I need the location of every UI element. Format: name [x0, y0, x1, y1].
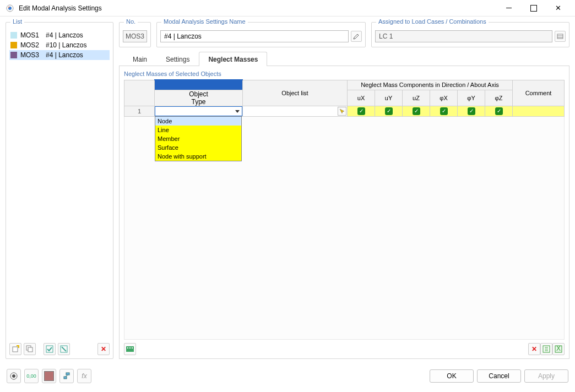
col-phix: φX	[430, 90, 458, 106]
svg-rect-3	[13, 347, 18, 352]
object-type-cell[interactable]: Node Line Member Surface Node with suppo…	[155, 106, 243, 116]
svg-rect-25	[64, 377, 67, 379]
check-ux[interactable]: ✓	[348, 106, 375, 116]
svg-rect-24	[66, 373, 69, 375]
dropdown-option[interactable]: Line	[155, 126, 241, 134]
svg-rect-15	[132, 347, 133, 349]
row-number: 1	[124, 106, 155, 116]
list-item[interactable]: MOS3 #4 | Lanczos	[9, 50, 110, 60]
edit-name-button[interactable]	[351, 31, 362, 42]
uncheck-all-button[interactable]	[58, 343, 70, 355]
svg-rect-14	[129, 347, 131, 349]
svg-rect-13	[127, 347, 128, 349]
check-phiz[interactable]: ✓	[485, 106, 513, 116]
no-legend: No.	[124, 18, 138, 25]
list-item-label: #4 | Lanczos	[46, 31, 83, 39]
list-items: MOS1 #4 | Lanczos MOS2 #10 | Lanczos MOS…	[9, 30, 110, 341]
list-legend: List	[10, 18, 24, 25]
window-title: Edit Modal Analysis Settings	[19, 4, 496, 12]
svg-text:X: X	[556, 345, 561, 352]
tab-strip: Main Settings Neglect Masses	[119, 52, 569, 66]
list-item-id: MOS3	[20, 51, 42, 59]
col-uy: uY	[375, 90, 403, 106]
minimize-button[interactable]	[496, 1, 521, 16]
col-uz: uZ	[403, 90, 430, 106]
list-panel: List MOS1 #4 | Lanczos MOS2 #10 | Lanczo…	[6, 22, 113, 359]
check-all-button[interactable]	[44, 343, 56, 355]
col-object-list: Object list	[243, 80, 348, 106]
name-box: Modal Analysis Settings Name	[156, 22, 366, 47]
object-type-dropdown-list[interactable]: Node Line Member Surface Node with suppo…	[155, 116, 242, 161]
number-box: No. MOS3	[119, 22, 151, 47]
col-phiy: φY	[458, 90, 485, 106]
svg-rect-9	[557, 34, 563, 39]
check-uz[interactable]: ✓	[403, 106, 430, 116]
number-field: MOS3	[123, 30, 147, 42]
object-list-cell[interactable]	[243, 106, 348, 116]
svg-point-2	[8, 6, 9, 7]
maximize-button[interactable]	[521, 1, 546, 16]
tab-neglect-masses[interactable]: Neglect Masses	[199, 52, 267, 66]
svg-rect-5	[28, 347, 32, 352]
col-phiz: φZ	[485, 90, 513, 106]
col-object-type: Object Type	[155, 90, 243, 106]
list-item-id: MOS1	[20, 31, 42, 39]
col-ux: uX	[348, 90, 375, 106]
grid-tool-button[interactable]	[124, 343, 136, 355]
check-uy[interactable]: ✓	[375, 106, 403, 116]
color-chip	[10, 52, 17, 58]
help-button[interactable]	[7, 369, 21, 383]
check-phiy[interactable]: ✓	[458, 106, 485, 116]
svg-rect-12	[126, 346, 134, 352]
dropdown-option[interactable]: Node with support	[155, 152, 241, 161]
col-comment: Comment	[513, 80, 565, 106]
color-button[interactable]	[42, 369, 56, 383]
delete-row-button[interactable]: ✕	[528, 343, 540, 355]
assigned-box: Assigned to Load Cases / Combinations LC…	[371, 22, 569, 47]
close-button[interactable]	[546, 1, 571, 16]
svg-rect-6	[46, 346, 53, 352]
dropdown-option[interactable]: Node	[155, 117, 241, 126]
dialog-footer: 0,00 fx OK Cancel Apply	[0, 364, 575, 386]
svg-line-8	[62, 347, 66, 351]
color-chip	[10, 42, 17, 48]
comment-cell[interactable]	[513, 106, 565, 116]
list-item-id: MOS2	[20, 41, 42, 49]
check-phix[interactable]: ✓	[430, 106, 458, 116]
object-type-dropdown[interactable]	[155, 106, 242, 116]
ok-button[interactable]: OK	[430, 369, 474, 383]
structure-button[interactable]	[59, 369, 74, 383]
fx-button[interactable]: fx	[77, 369, 91, 383]
name-input[interactable]	[160, 30, 349, 42]
apply-button[interactable]: Apply	[524, 369, 568, 383]
pick-objects-button[interactable]	[338, 107, 346, 116]
dropdown-option[interactable]: Member	[155, 134, 241, 143]
list-item[interactable]: MOS1 #4 | Lanczos	[9, 30, 110, 40]
name-legend: Modal Analysis Settings Name	[161, 18, 248, 25]
assigned-field: LC 1	[375, 30, 552, 42]
main-panel: Neglect Masses of Selected Objects Objec…	[119, 66, 569, 359]
titlebar: Edit Modal Analysis Settings	[0, 0, 575, 17]
list-item-label: #10 | Lanczos	[46, 41, 87, 49]
neglect-masses-grid[interactable]: Object list Neglect Mass Components in D…	[124, 79, 565, 117]
tab-main[interactable]: Main	[123, 52, 156, 66]
export-excel-button[interactable]: X	[552, 343, 565, 355]
dropdown-option[interactable]: Surface	[155, 143, 241, 152]
section-title: Neglect Masses of Selected Objects	[124, 70, 565, 77]
table-row[interactable]: 1 Node Line Member Surface Node with sup…	[124, 106, 565, 116]
list-item-label: #4 | Lanczos	[46, 51, 83, 59]
list-item[interactable]: MOS2 #10 | Lanczos	[9, 40, 110, 50]
col-neglect-group: Neglect Mass Components in Direction / A…	[348, 80, 513, 90]
svg-point-23	[12, 374, 15, 378]
app-icon	[6, 4, 14, 13]
units-button[interactable]: 0,00	[24, 369, 39, 383]
export-button[interactable]	[540, 343, 552, 355]
color-chip	[10, 32, 17, 39]
assigned-details-button[interactable]	[555, 31, 566, 42]
tab-settings[interactable]: Settings	[156, 52, 199, 66]
cancel-button[interactable]: Cancel	[477, 369, 521, 383]
assigned-legend: Assigned to Load Cases / Combinations	[376, 18, 489, 25]
copy-item-button[interactable]	[24, 343, 36, 355]
delete-item-button[interactable]: ✕	[97, 343, 110, 355]
new-item-button[interactable]	[9, 343, 21, 355]
